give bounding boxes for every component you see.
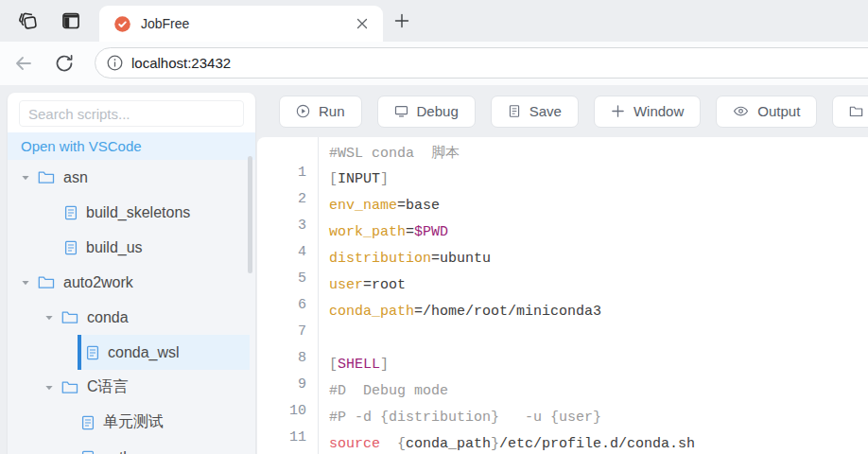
search-input[interactable]	[19, 100, 244, 127]
tree-item-label: asn	[63, 169, 88, 186]
code-row: 8[SHELL]	[257, 351, 868, 377]
code-row: 1[INPUT]	[257, 166, 868, 192]
tree-item[interactable]: asn	[8, 160, 255, 195]
line-number: 7	[257, 323, 318, 340]
code-line: #WSL conda 脚本	[318, 144, 460, 162]
monitor-icon	[394, 104, 408, 118]
button-label: Run	[319, 103, 345, 119]
run-button[interactable]: Run	[279, 96, 362, 128]
file-icon	[508, 104, 521, 118]
script-tree: asnbuild_skeletonsbuild_usauto2workconda…	[8, 160, 255, 454]
line-number: 4	[257, 244, 318, 260]
tree-item[interactable]: conda_wsl	[78, 335, 250, 370]
code-line: user=root	[318, 277, 406, 293]
expand-arrow-icon[interactable]	[44, 313, 55, 323]
line-number: 8	[257, 350, 318, 366]
line-number: 9	[257, 376, 318, 393]
code-line: #D Debug mode	[318, 383, 448, 399]
code-row: 11source {conda_path}/etc/profile.d/cond…	[257, 430, 868, 454]
tree-item[interactable]: 单元测试	[8, 405, 255, 440]
file-icon	[64, 240, 78, 255]
new-tab-button[interactable]	[390, 9, 414, 33]
code-row: 2env_name=base	[257, 192, 868, 218]
file-icon	[86, 345, 99, 360]
tree-item-label: 单元测试	[103, 412, 164, 432]
code-line: [INPUT]	[318, 171, 389, 187]
scripts-sidebar: Open with VSCode asnbuild_skeletonsbuild…	[8, 93, 255, 454]
code-row: #WSL conda 脚本	[257, 139, 868, 166]
close-icon[interactable]	[353, 14, 372, 33]
code-row: 10#P -d {distribution} -u {user}	[257, 404, 868, 430]
main-panel: RunDebugSaveWindowOutputDirectory #WSL c…	[255, 85, 868, 454]
debug-button[interactable]: Debug	[377, 96, 476, 128]
tree-item[interactable]: python	[8, 440, 255, 454]
page-content: Open with VSCode asnbuild_skeletonsbuild…	[0, 85, 868, 454]
vertical-tabs-icon[interactable]	[61, 10, 81, 31]
file-icon	[81, 450, 95, 454]
gutter-divider	[318, 137, 319, 454]
play-circle-icon	[296, 104, 310, 118]
line-number: 6	[257, 297, 318, 313]
code-editor[interactable]: #WSL conda 脚本1[INPUT]2env_name=base3work…	[257, 137, 868, 454]
reload-icon[interactable]	[54, 53, 75, 74]
open-with-vscode-link[interactable]: Open with VSCode	[8, 132, 255, 160]
folder-icon	[849, 105, 863, 117]
tree-item-label: auto2work	[63, 274, 133, 291]
tab-strip: JobFree	[0, 0, 868, 42]
button-label: Window	[634, 103, 684, 119]
directory-button[interactable]: Directory	[832, 96, 868, 128]
url-text: localhost:23432	[131, 55, 231, 71]
editor-toolbar: RunDebugSaveWindowOutputDirectory	[255, 85, 868, 137]
button-label: Save	[529, 103, 562, 119]
code-line: work_path=$PWD	[318, 224, 448, 240]
expand-arrow-icon[interactable]	[21, 173, 31, 183]
tree-item[interactable]: auto2work	[8, 265, 255, 300]
browser-tab[interactable]: JobFree	[99, 6, 383, 42]
tree-item[interactable]: build_skeletons	[8, 195, 255, 230]
line-number: 10	[257, 403, 318, 419]
site-info-icon[interactable]	[107, 55, 123, 71]
expand-arrow-icon[interactable]	[21, 278, 31, 288]
folder-icon	[38, 275, 55, 289]
plus-icon	[611, 104, 625, 118]
code-line: source {conda_path}/etc/profile.d/conda.…	[318, 436, 695, 452]
output-button[interactable]: Output	[716, 96, 817, 128]
file-icon	[64, 205, 78, 220]
back-arrow-icon[interactable]	[13, 53, 34, 74]
tab-title: JobFree	[141, 16, 353, 31]
workspaces-icon[interactable]	[18, 10, 39, 31]
address-bar: localhost:23432	[0, 42, 868, 86]
code-row: 5user=root	[257, 271, 868, 298]
folder-icon	[61, 310, 78, 324]
code-row: 3work_path=$PWD	[257, 218, 868, 245]
tab-favicon-icon	[114, 16, 130, 32]
folder-icon	[38, 170, 55, 184]
code-line: [SHELL]	[318, 357, 389, 373]
code-line: env_name=base	[318, 198, 440, 214]
line-number: 11	[257, 429, 318, 445]
tree-item-label: python	[103, 449, 148, 454]
browser-window: JobFree	[0, 0, 868, 454]
code-line: #P -d {distribution} -u {user}	[318, 410, 601, 426]
tree-item[interactable]: C语言	[8, 370, 255, 405]
save-button[interactable]: Save	[491, 96, 579, 128]
tree-item[interactable]: conda	[8, 300, 255, 335]
tree-item-label: build_us	[86, 239, 143, 256]
tree-item-label: build_skeletons	[86, 204, 190, 221]
tree-item[interactable]: build_us	[8, 230, 255, 265]
tree-item-label: C语言	[87, 377, 129, 397]
file-icon	[81, 415, 95, 430]
code-line: conda_path=/home/root/miniconda3	[318, 304, 601, 320]
line-number: 1	[257, 165, 318, 181]
sidebar-scrollbar-thumb[interactable]	[248, 156, 252, 273]
expand-arrow-icon[interactable]	[44, 383, 55, 393]
code-row: 6conda_path=/home/root/miniconda3	[257, 298, 868, 324]
button-label: Debug	[417, 103, 459, 119]
window-button[interactable]: Window	[594, 96, 701, 128]
line-number: 5	[257, 271, 318, 287]
url-bar[interactable]: localhost:23432	[95, 47, 868, 79]
tree-item-label: conda	[87, 309, 129, 326]
line-number: 3	[257, 218, 318, 234]
button-label: Output	[757, 103, 800, 119]
code-row: 7	[257, 324, 868, 351]
